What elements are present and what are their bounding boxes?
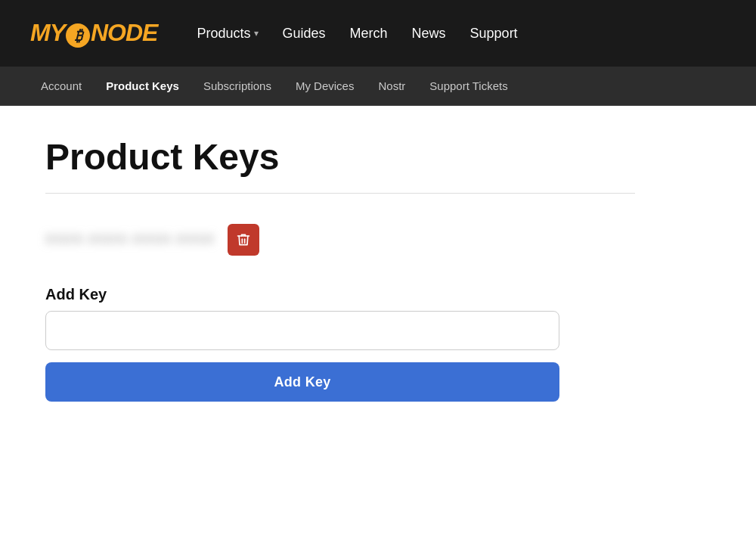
add-key-label: Add Key — [45, 286, 635, 303]
add-key-section: Add Key Add Key — [45, 286, 635, 402]
sub-nav-link-account[interactable]: Account — [30, 75, 92, 97]
sub-nav-link-my-devices[interactable]: My Devices — [285, 75, 365, 97]
nav-link-products[interactable]: Products ▾ — [187, 20, 267, 48]
product-key-value: XXXX-XXXX-XXXX-XXXX — [45, 233, 215, 247]
sub-nav-link-subscriptions[interactable]: Subscriptions — [193, 75, 282, 97]
dropdown-arrow-icon: ▾ — [254, 28, 259, 39]
sub-nav-item-subscriptions[interactable]: Subscriptions — [193, 79, 282, 93]
sub-nav-item-nostr[interactable]: Nostr — [367, 79, 416, 93]
sub-nav-item-product-keys[interactable]: Product Keys — [95, 79, 190, 93]
sub-nav-link-nostr[interactable]: Nostr — [367, 75, 416, 97]
logo[interactable]: MY₿NODE — [30, 19, 157, 48]
nav-item-products[interactable]: Products ▾ — [187, 20, 267, 48]
nav-link-news[interactable]: News — [403, 20, 455, 48]
nav-link-guides[interactable]: Guides — [274, 20, 335, 48]
add-key-input[interactable] — [45, 311, 559, 350]
nav-item-guides[interactable]: Guides — [274, 20, 335, 48]
nav-item-news[interactable]: News — [403, 20, 455, 48]
sub-nav-links: Account Product Keys Subscriptions My De… — [30, 79, 519, 93]
sub-nav-link-support-tickets[interactable]: Support Tickets — [419, 75, 518, 97]
sub-nav-item-my-devices[interactable]: My Devices — [285, 79, 365, 93]
sub-nav-item-support-tickets[interactable]: Support Tickets — [419, 79, 518, 93]
nav-item-merch[interactable]: Merch — [341, 20, 397, 48]
logo-text: MY₿NODE — [30, 19, 157, 48]
existing-key-row: XXXX-XXXX-XXXX-XXXX — [45, 224, 635, 256]
top-navigation: MY₿NODE Products ▾ Guides Merch News — [0, 0, 756, 67]
nav-link-merch[interactable]: Merch — [341, 20, 397, 48]
sub-navigation: Account Product Keys Subscriptions My De… — [0, 67, 756, 106]
delete-key-button[interactable] — [228, 224, 259, 256]
add-key-button[interactable]: Add Key — [45, 362, 559, 402]
sub-nav-link-product-keys[interactable]: Product Keys — [95, 75, 190, 97]
section-divider — [45, 193, 635, 194]
sub-nav-item-account[interactable]: Account — [30, 79, 92, 93]
trash-icon — [236, 232, 251, 247]
nav-link-support[interactable]: Support — [461, 20, 527, 48]
main-content: Product Keys XXXX-XXXX-XXXX-XXXX Add Key… — [0, 106, 680, 432]
page-title: Product Keys — [45, 136, 635, 178]
bitcoin-icon: ₿ — [66, 23, 90, 48]
top-nav-links: Products ▾ Guides Merch News Support — [187, 20, 526, 48]
nav-item-support[interactable]: Support — [461, 20, 527, 48]
